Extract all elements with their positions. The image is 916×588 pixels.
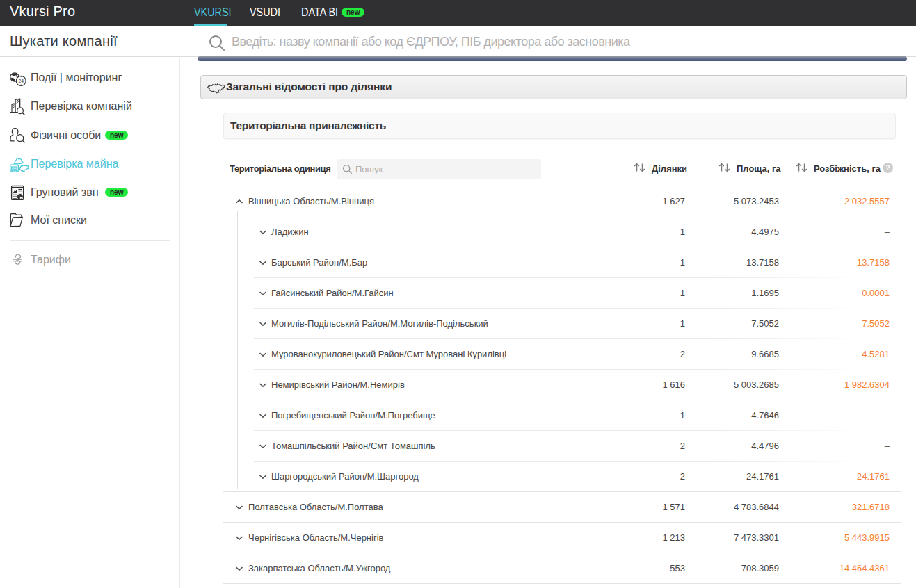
svg-text:24: 24	[18, 79, 24, 83]
